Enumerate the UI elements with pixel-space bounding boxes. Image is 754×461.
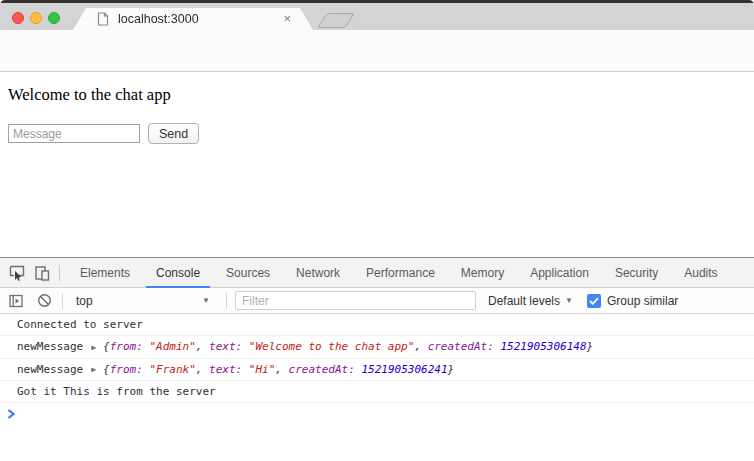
preview-num: 1521905306148 (500, 340, 586, 353)
console-row: newMessage▶{from: "Admin", text: "Welcom… (0, 336, 754, 359)
preview-sep: , (196, 340, 209, 353)
console-sidebar-toggle-icon[interactable] (9, 294, 23, 308)
preview-num: 1521905306241 (361, 363, 447, 376)
execution-context-selector[interactable]: top ▼ (70, 294, 216, 308)
tab-title: localhost:3000 (118, 12, 199, 26)
toolbar-divider (62, 293, 63, 309)
preview-str: "Hi" (249, 363, 276, 376)
toolbar-divider (59, 265, 60, 281)
console-prompt[interactable] (0, 403, 754, 425)
preview-str: "Frank" (149, 363, 195, 376)
preview-key: createdAt: (289, 363, 362, 376)
devtools-tab-sources[interactable]: Sources (216, 258, 280, 287)
console-toolbar: top ▼ Default levels ▼ Group similar (0, 288, 754, 314)
log-levels-dropdown[interactable]: Default levels ▼ (488, 294, 573, 308)
console-row: Connected to server (0, 314, 754, 336)
preview-sep: , (414, 340, 427, 353)
group-similar-label: Group similar (607, 294, 678, 308)
devtools-tab-network[interactable]: Network (286, 258, 350, 287)
console-log-text: Got it This is from the server (17, 385, 216, 398)
context-label: top (76, 294, 202, 308)
chevron-down-icon: ▼ (565, 296, 573, 305)
device-toolbar-icon[interactable] (34, 265, 50, 281)
object-preview: {from: "Frank", text: "Hi", createdAt: 1… (103, 363, 454, 376)
page-favicon-icon (97, 12, 109, 26)
devtools-tab-security[interactable]: Security (605, 258, 668, 287)
console-messages: Connected to servernewMessage▶{from: "Ad… (0, 314, 754, 403)
page-heading: Welcome to the chat app (8, 85, 171, 105)
devtools-tab-application[interactable]: Application (520, 258, 599, 287)
preview-brace: } (448, 363, 455, 376)
console-row: Got it This is from the server (0, 381, 754, 403)
console-message-label: newMessage (17, 340, 83, 353)
console-prompt-icon (7, 409, 16, 419)
preview-sep: , (275, 363, 288, 376)
devtools-panel: ElementsConsoleSourcesNetworkPerformance… (0, 257, 754, 461)
console-log-text: Connected to server (17, 318, 143, 331)
levels-label: Default levels (488, 294, 560, 308)
browser-window: localhost:3000 × localhost:3000 We (0, 0, 754, 461)
expand-object-icon[interactable]: ▶ (91, 337, 96, 358)
toolbar-divider (226, 293, 227, 309)
preview-key: createdAt: (428, 340, 501, 353)
preview-key: from: (110, 363, 150, 376)
preview-str: "Admin" (149, 340, 195, 353)
console-filter-input[interactable] (235, 291, 476, 310)
devtools-tab-performance[interactable]: Performance (356, 258, 445, 287)
devtools-tab-memory[interactable]: Memory (451, 258, 514, 287)
preview-sep: , (196, 363, 209, 376)
preview-str: "Welcome to the chat app" (249, 340, 415, 353)
preview-key: text: (209, 363, 249, 376)
devtools-tab-console[interactable]: Console (146, 258, 210, 287)
web-page-content: Welcome to the chat app Send (0, 72, 754, 257)
console-row: newMessage▶{from: "Frank", text: "Hi", c… (0, 359, 754, 382)
devtools-tabs: ElementsConsoleSourcesNetworkPerformance… (67, 258, 731, 287)
send-button[interactable]: Send (148, 123, 199, 144)
devtools-tab-audits[interactable]: Audits (674, 258, 727, 287)
new-tab-button[interactable] (317, 13, 354, 28)
close-window-button[interactable] (12, 12, 24, 24)
preview-brace: } (587, 340, 594, 353)
devtools-tab-bar: ElementsConsoleSourcesNetworkPerformance… (0, 258, 754, 288)
checkmark-icon (589, 297, 599, 305)
devtools-tab-elements[interactable]: Elements (70, 258, 140, 287)
group-similar-checkbox[interactable] (587, 294, 601, 308)
minimize-window-button[interactable] (30, 12, 42, 24)
tab-close-icon[interactable]: × (283, 11, 291, 27)
expand-object-icon[interactable]: ▶ (91, 359, 96, 380)
preview-brace: { (103, 340, 110, 353)
console-message-label: newMessage (17, 363, 83, 376)
clear-console-icon[interactable] (37, 293, 52, 308)
preview-key: from: (110, 340, 150, 353)
object-preview: {from: "Admin", text: "Welcome to the ch… (103, 340, 593, 353)
chevron-down-icon: ▼ (202, 296, 210, 305)
fullscreen-window-button[interactable] (48, 12, 60, 24)
browser-tab-bar: localhost:3000 × (0, 3, 754, 30)
message-input[interactable] (8, 124, 140, 143)
inspect-element-icon[interactable] (9, 265, 25, 281)
preview-key: text: (209, 340, 249, 353)
browser-tab[interactable]: localhost:3000 × (73, 8, 313, 30)
preview-brace: { (103, 363, 110, 376)
browser-toolbar: localhost:3000 (0, 30, 754, 72)
